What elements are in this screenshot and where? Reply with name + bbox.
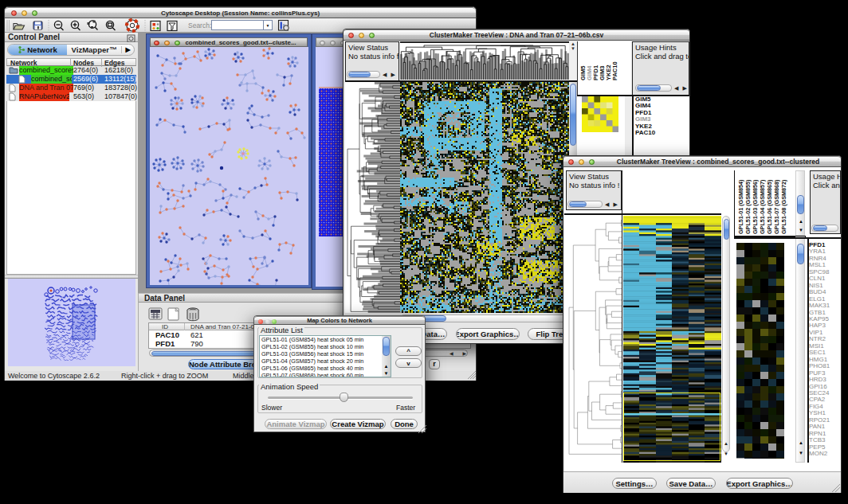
svg-text:GPL51-02 (GSM855): GPL51-02 (GSM855)	[744, 179, 752, 234]
svg-text:GPL51-03 (GSM856): GPL51-03 (GSM856)	[752, 179, 759, 234]
svg-text:PAC10: PAC10	[611, 61, 618, 80]
svg-text:GPL51-06 (GSM865): GPL51-06 (GSM865)	[766, 179, 773, 234]
svg-text:GPL51-04 (GSM857): GPL51-04 (GSM857)	[759, 179, 766, 234]
svg-text:Search:: Search:	[188, 21, 211, 29]
svg-text:GPL51-01 (GSM854): GPL51-01 (GSM854)	[737, 179, 744, 234]
svg-text:GPL51-08 (GSM872): GPL51-08 (GSM872)	[780, 179, 787, 234]
svg-text:GPL51-07 (GSM868): GPL51-07 (GSM868)	[773, 179, 780, 234]
